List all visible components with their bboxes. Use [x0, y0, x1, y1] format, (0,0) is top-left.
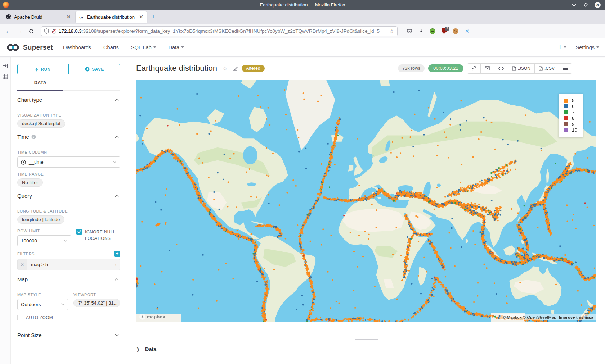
add-filter-button[interactable]: + [114, 251, 120, 257]
legend-item[interactable]: 5 [564, 97, 577, 104]
legend-item[interactable]: 10 [564, 127, 577, 133]
nav-sql-lab[interactable]: SQL Lab [131, 45, 156, 50]
chevron-down-icon [113, 161, 117, 163]
add-new-button[interactable]: + [558, 44, 566, 51]
legend-item[interactable]: 7 [564, 109, 577, 115]
new-tab-button[interactable]: + [151, 13, 155, 21]
viewport-value[interactable]: 7° 35' 54.02" | 31... [73, 299, 120, 307]
export-json-button[interactable]: .JSON [508, 64, 534, 73]
visualization-type-value[interactable]: deck.gl Scatterplot [17, 119, 65, 128]
auto-zoom-label: AUTO ZOOM [26, 314, 53, 321]
map-style-label: MAP STYLE [17, 292, 68, 297]
mapbox-wordmark: mapbox [147, 314, 165, 319]
envelope-icon [485, 66, 490, 70]
favorite-star-icon[interactable]: ☆ [222, 65, 228, 72]
section-query[interactable]: Query [17, 187, 120, 204]
nav-charts[interactable]: Charts [103, 45, 119, 50]
legend-swatch [564, 104, 568, 108]
downloads-icon[interactable] [418, 28, 424, 35]
legend-swatch [564, 122, 568, 126]
chart-menu-button[interactable] [559, 64, 572, 73]
mapbox-logo[interactable]: ✶ mapbox [139, 314, 165, 320]
nav-dashboards[interactable]: Dashboards [63, 45, 91, 50]
legend-label: 7 [572, 110, 575, 115]
chart-panel: Earthquake distribution ☆ Altered 73k ro… [124, 57, 605, 364]
legend-item[interactable]: 6 [564, 104, 577, 110]
ublock-badge: 2 [445, 27, 449, 31]
share-link-button[interactable] [467, 64, 480, 73]
window-titlebar: Earthquake distribution — Mozilla Firefo… [0, 0, 605, 10]
link-icon [471, 66, 476, 71]
tab-apache-druid[interactable]: Apache Druid ✕ [3, 11, 74, 23]
legend-item[interactable]: 8 [564, 115, 577, 122]
bookmark-star-icon[interactable]: ☆ [390, 28, 394, 35]
checkbox-checked-icon[interactable] [76, 229, 82, 235]
window-minimize-icon[interactable] [572, 3, 577, 8]
time-range-value[interactable]: No filter [17, 178, 43, 187]
window-close-icon[interactable]: ✕ [595, 2, 601, 8]
longitude-latitude-value[interactable]: longitude | latitude [17, 215, 64, 224]
export-csv-button[interactable]: x .CSV [534, 64, 559, 73]
checkbox-empty-icon[interactable] [17, 315, 23, 320]
row-limit-label: ROW LIMIT [17, 229, 71, 233]
tab-close-icon[interactable]: ✕ [138, 14, 144, 20]
email-button[interactable] [480, 64, 494, 73]
altered-badge[interactable]: Altered [242, 65, 265, 72]
legend-label: 6 [572, 104, 575, 109]
time-column-label: TIME COLUMN [17, 150, 120, 154]
filter-item[interactable]: ✕ mag > 5 › [17, 259, 120, 270]
chevron-down-icon [153, 46, 156, 48]
chevron-down-icon [61, 303, 65, 306]
ublock-icon[interactable]: 2 [441, 28, 447, 35]
tab-earthquake-distribution[interactable]: ∞ Earthquake distribution ✕ [76, 11, 147, 23]
edit-properties-icon[interactable] [233, 66, 238, 71]
expand-dataset-panel-icon[interactable] [3, 63, 8, 68]
infinity-logo-icon [6, 43, 20, 52]
improve-map-link[interactable]: Improve this map [559, 315, 593, 319]
panel-resize-grip[interactable] [355, 339, 378, 341]
section-map[interactable]: Map [17, 270, 120, 287]
chevron-up-icon [115, 99, 119, 101]
section-chart-type[interactable]: Chart type [17, 91, 120, 108]
chevron-down-icon [64, 240, 68, 242]
reload-icon[interactable] [27, 27, 36, 36]
window-title: Earthquake distribution — Mozilla Firefo… [0, 2, 605, 8]
tab-close-icon[interactable]: ✕ [66, 14, 71, 20]
chevron-down-icon [181, 46, 184, 48]
back-icon[interactable]: ← [4, 27, 13, 36]
tab-data[interactable]: DATA [17, 80, 63, 91]
settings-menu[interactable]: Settings [576, 45, 599, 50]
datasource-grid-icon[interactable] [3, 74, 8, 79]
deckgl-scatter-map[interactable]: 5678910 ✶ mapbox © Mapbox © OpenStreetMa… [136, 80, 596, 322]
menu-icon[interactable] [475, 28, 481, 35]
remove-filter-icon[interactable]: ✕ [18, 259, 27, 270]
privacy-badger-icon[interactable] [429, 28, 436, 35]
data-panel-toggle[interactable]: ❯ Data [136, 344, 596, 354]
url-bar[interactable]: 172.18.0.3 :32108/superset/explore/?form… [41, 26, 398, 36]
auto-zoom-checkbox-row[interactable]: AUTO ZOOM [17, 314, 68, 321]
mapbox-logo-icon: ✶ [139, 314, 145, 320]
ignore-null-checkbox-row[interactable]: IGNORE NULL LOCATIONS [76, 229, 120, 242]
chevron-up-icon [115, 278, 119, 281]
time-column-select[interactable]: __time [17, 156, 120, 168]
row-limit-select[interactable]: 100000 [17, 235, 71, 246]
map-style-select[interactable]: Outdoors [17, 299, 68, 310]
embed-code-button[interactable] [494, 64, 508, 73]
superset-logo[interactable]: Superset [6, 43, 53, 52]
section-time[interactable]: Time i [17, 128, 120, 145]
forward-icon[interactable]: → [15, 27, 24, 36]
clock-icon [21, 160, 26, 165]
tab-bar: Apache Druid ✕ ∞ Earthquake distribution… [0, 10, 605, 24]
legend-item[interactable]: 9 [564, 121, 577, 127]
window-maximize-icon[interactable] [583, 3, 588, 8]
extension-asterisk-icon[interactable]: ✳ [464, 28, 470, 35]
run-button[interactable]: RUN [17, 64, 69, 74]
pocket-icon[interactable] [406, 28, 413, 35]
cookie-extension-icon[interactable] [452, 28, 459, 35]
nav-data[interactable]: Data [169, 45, 184, 50]
legend-label: 10 [572, 127, 577, 133]
map-canvas[interactable] [136, 80, 596, 322]
section-point-size[interactable]: Point Size [17, 326, 120, 343]
save-button[interactable]: SAVE [69, 64, 120, 74]
legend-swatch [564, 128, 568, 132]
